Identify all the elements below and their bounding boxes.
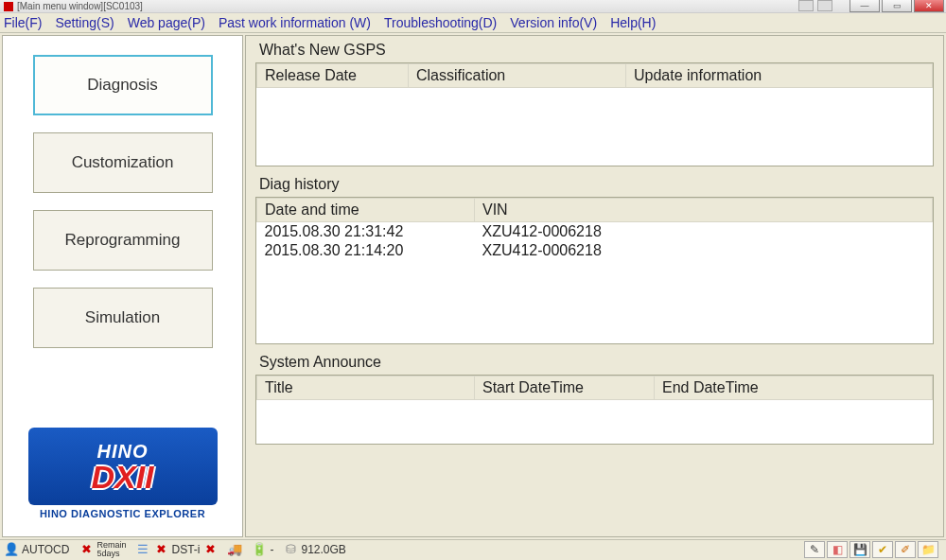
remain-x-icon: ✖ <box>79 542 94 557</box>
whatsnew-title: What's New GSPS <box>259 42 934 59</box>
whatsnew-col-class[interactable]: Classification <box>409 64 626 88</box>
menu-file[interactable]: File(F) <box>4 15 42 30</box>
logo-product-text: DXII <box>91 463 153 492</box>
status-disk: ⛁ 912.0GB <box>283 542 345 557</box>
diag-col-datetime[interactable]: Date and time <box>257 199 475 222</box>
tool-pen-icon[interactable]: ✎ <box>804 541 825 558</box>
diag-table: Date and time VIN 2015.08.30 21:31:42 XZ… <box>256 198 933 260</box>
aux-button-2[interactable] <box>817 0 832 11</box>
battery-icon: 🔋 <box>252 542 267 557</box>
x-icon-2: ✖ <box>202 542 218 557</box>
window-controls: — ▭ ✕ <box>848 0 944 12</box>
nav-reprogramming-button[interactable]: Reprogramming <box>33 210 213 271</box>
diag-title: Diag history <box>259 176 934 193</box>
close-button[interactable]: ✕ <box>914 0 944 12</box>
menu-webpage[interactable]: Web page(P) <box>128 15 205 30</box>
menu-setting[interactable]: Setting(S) <box>55 15 114 30</box>
nav-simulation-button[interactable]: Simulation <box>33 288 213 348</box>
status-remain-days: 5days <box>96 549 119 558</box>
nav-diagnosis-label: Diagnosis <box>87 76 158 95</box>
window-title: [Main menu window][SC0103] <box>17 1 143 11</box>
announce-title: System Announce <box>259 354 934 371</box>
sidebar: Diagnosis Customization Reprogramming Si… <box>2 35 243 537</box>
whatsnew-panel: Release Date Classification Update infor… <box>255 62 934 166</box>
app-icon <box>4 2 13 11</box>
status-remain: ✖ Remain 5days <box>79 541 126 558</box>
whatsnew-table: Release Date Classification Update infor… <box>256 63 933 88</box>
nav-diagnosis-button[interactable]: Diagnosis <box>33 55 213 115</box>
nav-simulation-label: Simulation <box>85 308 160 327</box>
nav-customization-label: Customization <box>72 153 174 172</box>
diag-row[interactable]: 2015.08.30 21:14:20 XZU412-0006218 <box>257 241 933 260</box>
diag-col-vin[interactable]: VIN <box>475 199 933 222</box>
tool-save-icon[interactable]: 💾 <box>850 541 870 558</box>
nav-customization-button[interactable]: Customization <box>33 132 213 193</box>
announce-col-end[interactable]: End DateTime <box>655 376 933 400</box>
status-device: ☰ ✖ DST-i ✖ <box>135 542 218 557</box>
status-battery: 🔋 - <box>252 542 273 557</box>
tool-folder-icon[interactable]: 📁 <box>918 541 938 558</box>
minimize-button[interactable]: — <box>850 0 880 12</box>
announce-table: Title Start DateTime End DateTime <box>256 376 933 400</box>
server-icon: ☰ <box>135 542 150 557</box>
battery-dash: - <box>270 543 273 556</box>
tool-eraser-icon[interactable]: ◧ <box>827 541 848 558</box>
announce-col-title[interactable]: Title <box>257 376 475 400</box>
status-toolbar: ✎ ◧ 💾 ✔ ✐ 📁 <box>804 541 942 558</box>
whatsnew-col-release[interactable]: Release Date <box>257 64 409 88</box>
logo-badge: HINO DXII <box>28 428 218 505</box>
announce-col-start[interactable]: Start DateTime <box>475 376 655 400</box>
announce-panel: Title Start DateTime End DateTime <box>255 375 934 445</box>
tool-mark-icon[interactable]: ✔ <box>872 541 893 558</box>
logo: HINO DXII HINO DIAGNOSTIC EXPLORER <box>21 417 224 529</box>
workspace: Diagnosis Customization Reprogramming Si… <box>0 33 946 539</box>
statusbar: 👤 AUTOCD ✖ Remain 5days ☰ ✖ DST-i ✖ 🚚 🔋 … <box>0 539 946 558</box>
menu-troubleshooting[interactable]: Troubleshooting(D) <box>384 15 497 30</box>
status-dst: DST-i <box>171 543 200 556</box>
user-icon: 👤 <box>4 542 19 557</box>
main-content: What's New GSPS Release Date Classificat… <box>245 35 944 537</box>
status-truck: 🚚 <box>227 542 242 557</box>
truck-icon: 🚚 <box>227 542 242 557</box>
aux-button-1[interactable] <box>798 0 814 11</box>
status-autocd: AUTOCD <box>22 543 69 556</box>
diag-row[interactable]: 2015.08.30 21:31:42 XZU412-0006218 <box>257 222 933 242</box>
diag-cell-vin: XZU412-0006218 <box>475 241 933 260</box>
aux-window-buttons <box>798 0 832 11</box>
diag-cell-datetime: 2015.08.30 21:31:42 <box>257 222 475 242</box>
menu-versioninfo[interactable]: Version info(V) <box>510 15 597 30</box>
disk-icon: ⛁ <box>283 542 298 557</box>
menu-pastwork[interactable]: Past work information (W) <box>219 15 371 30</box>
tool-edit-icon[interactable]: ✐ <box>895 541 916 558</box>
status-disk-size: 912.0GB <box>301 543 345 556</box>
nav-reprogramming-label: Reprogramming <box>65 231 181 250</box>
logo-subtitle: HINO DIAGNOSTIC EXPLORER <box>40 508 205 519</box>
menubar: File(F) Setting(S) Web page(P) Past work… <box>0 13 946 33</box>
maximize-button[interactable]: ▭ <box>882 0 912 12</box>
diag-cell-vin: XZU412-0006218 <box>475 222 933 242</box>
titlebar: [Main menu window][SC0103] — ▭ ✕ <box>0 0 946 13</box>
x-icon: ✖ <box>153 542 168 557</box>
whatsnew-col-update[interactable]: Update information <box>626 64 933 88</box>
menu-help[interactable]: Help(H) <box>610 15 656 30</box>
diag-cell-datetime: 2015.08.30 21:14:20 <box>257 241 475 260</box>
status-user: 👤 AUTOCD <box>4 542 69 557</box>
diag-panel: Date and time VIN 2015.08.30 21:31:42 XZ… <box>255 197 934 344</box>
